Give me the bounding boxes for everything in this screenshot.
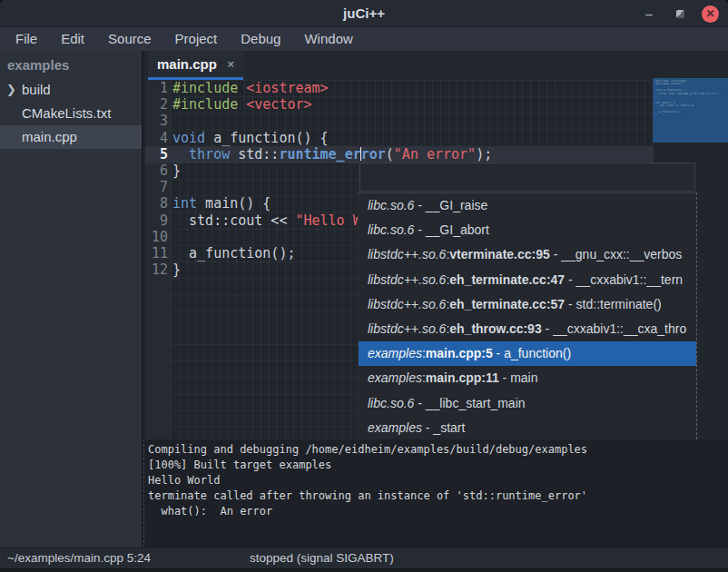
line-text: a_function(); xyxy=(172,245,295,261)
status-bar: ~/examples/main.cpp 5:24 stopped (signal… xyxy=(0,547,728,568)
project-sidebar: examples ❯buildCMakeLists.txtmain.cpp xyxy=(0,51,143,547)
line-text: } xyxy=(172,261,181,278)
line-number: 6 xyxy=(145,163,168,179)
menu-item-edit[interactable]: Edit xyxy=(53,27,93,51)
line-number: 7 xyxy=(145,179,168,195)
line-number: 5 xyxy=(145,146,168,163)
line-number: 8 xyxy=(145,195,168,212)
backtrace-item[interactable]: examples - _start xyxy=(359,416,696,439)
line-number: 3 xyxy=(145,113,168,129)
backtrace-item[interactable]: examples:main.cpp:5 - a_function() xyxy=(359,341,696,366)
terminal-lines: Compiling and debugging /home/eidheim/ex… xyxy=(144,442,728,519)
chevron-right-icon[interactable]: ❯ xyxy=(6,78,16,102)
minimap-text: #include <iostream> #include <vector> vo… xyxy=(653,78,728,117)
tab-bar: main.cpp × xyxy=(145,51,728,80)
sidebar-item-build[interactable]: ❯build xyxy=(0,78,142,102)
maximize-icon xyxy=(676,10,684,18)
tab-label: main.cpp xyxy=(157,56,220,72)
line-number: 12 xyxy=(145,261,168,278)
minimize-button[interactable]: – xyxy=(640,5,658,23)
menu-item-project[interactable]: Project xyxy=(167,27,226,51)
backtrace-item[interactable]: libstdc++.so.6:eh_terminate.cc:47 - __cx… xyxy=(359,268,696,292)
backtrace-item[interactable]: libstdc++.so.6:eh_terminate.cc:57 - std:… xyxy=(359,292,696,317)
status-debug-state: stopped (signal SIGABRT) xyxy=(250,548,394,568)
code-line-3: 3 xyxy=(145,113,728,129)
backtrace-item[interactable]: libc.so.6 - __GI_raise xyxy=(359,193,696,218)
line-number: 1 xyxy=(145,80,168,96)
code-line-4: 4void a_function() { xyxy=(145,130,728,146)
line-number: 9 xyxy=(145,212,168,229)
backtrace-item[interactable]: examples:main.cpp:11 - main xyxy=(359,366,696,390)
backtrace-popup: libc.so.6 - __GI_raiselibc.so.6 - __GI_a… xyxy=(358,192,697,439)
title-bar[interactable]: juCi++ – ✕ xyxy=(0,0,728,27)
code-minimap[interactable]: #include <iostream> #include <vector> vo… xyxy=(653,78,728,143)
project-name: examples xyxy=(0,51,142,78)
line-text: #include <vector> xyxy=(172,96,312,113)
backtrace-item[interactable]: libc.so.6 - __libc_start_main xyxy=(359,391,696,416)
app-window: juCi++ – ✕ FileEditSourceProjectDebugWin… xyxy=(0,0,728,572)
line-number: 2 xyxy=(145,96,168,113)
window-bottom-edge xyxy=(0,568,728,572)
status-file-location: ~/examples/main.cpp 5:24 xyxy=(7,548,151,568)
line-number: 10 xyxy=(145,229,168,245)
menu-item-source[interactable]: Source xyxy=(100,27,160,51)
terminal-output[interactable]: Compiling and debugging /home/eidheim/ex… xyxy=(143,439,728,547)
backtrace-item[interactable]: libc.so.6 - __GI_abort xyxy=(359,218,696,242)
line-text: void a_function() { xyxy=(172,130,329,146)
close-button[interactable]: ✕ xyxy=(702,5,719,23)
window-controls: – ✕ xyxy=(640,0,719,27)
line-text: throw std::runtime_error("An error"); xyxy=(172,146,492,163)
code-line-5: 5 throw std::runtime_error("An error"); xyxy=(145,146,728,163)
menu-item-window[interactable]: Window xyxy=(296,27,360,51)
terminal-line: what(): An error xyxy=(144,504,728,519)
line-text: } xyxy=(172,163,181,179)
line-text: std::cout << "Hello W xyxy=(172,212,361,229)
menu-bar: FileEditSourceProjectDebugWindow xyxy=(0,27,728,51)
file-tree: ❯buildCMakeLists.txtmain.cpp xyxy=(0,78,142,149)
code-line-2: 2#include <vector> xyxy=(145,96,728,113)
sidebar-item-cmakelists-txt[interactable]: CMakeLists.txt xyxy=(0,102,142,125)
line-text: int main() { xyxy=(172,195,271,212)
tab-main-cpp[interactable]: main.cpp × xyxy=(148,51,243,80)
backtrace-item[interactable]: libstdc++.so.6:vterminate.cc:95 - __gnu_… xyxy=(359,242,696,267)
menu-item-debug[interactable]: Debug xyxy=(232,27,289,51)
terminal-line: Hello World xyxy=(144,473,728,488)
terminal-line: Compiling and debugging /home/eidheim/ex… xyxy=(144,442,728,458)
tooltip-box xyxy=(359,163,695,192)
code-line-1: 1#include <iostream> xyxy=(145,80,728,96)
terminal-line: [100%] Built target examples xyxy=(144,458,728,473)
menu-item-file[interactable]: File xyxy=(7,27,45,51)
tab-close-icon[interactable]: × xyxy=(220,57,234,71)
line-text: #include <iostream> xyxy=(172,80,329,96)
maximize-button[interactable] xyxy=(671,5,689,23)
sidebar-item-main-cpp[interactable]: main.cpp xyxy=(0,125,142,149)
terminal-line: terminate called after throwing an insta… xyxy=(144,488,728,504)
window-title: juCi++ xyxy=(0,0,728,27)
backtrace-item[interactable]: libstdc++.so.6:eh_throw.cc:93 - __cxxabi… xyxy=(359,317,696,341)
line-number: 4 xyxy=(145,130,168,146)
line-number: 11 xyxy=(145,245,168,261)
